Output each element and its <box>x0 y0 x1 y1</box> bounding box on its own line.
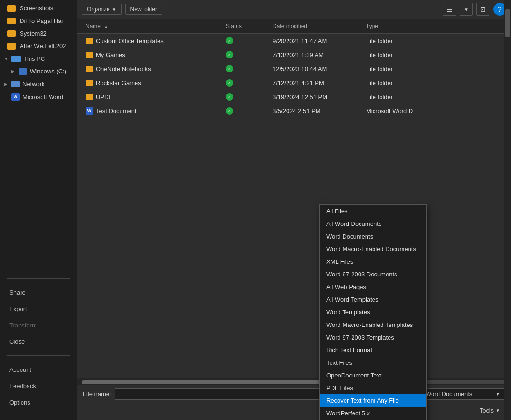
dropdown-item[interactable]: Word 97-2003 Documents <box>320 268 426 281</box>
file-name-cell: My Games <box>82 49 222 61</box>
file-date-cell: 3/5/2024 2:51 PM <box>269 105 362 117</box>
filetype-dropdown: All FilesAll Word DocumentsWord Document… <box>319 204 427 420</box>
filename-label: File name: <box>83 391 111 398</box>
organize-button[interactable]: Organize ▼ <box>82 4 122 15</box>
chevron-right-icon: ▶ <box>4 81 9 87</box>
sidebar-item-network[interactable]: ▶ Network <box>0 78 77 90</box>
dropdown-item[interactable]: XML Files <box>320 255 426 268</box>
file-type-cell: Microsoft Word D <box>362 105 506 117</box>
file-type-cell: File folder <box>362 91 506 103</box>
table-row[interactable]: My Games✓7/13/2021 1:39 AMFile folder <box>77 48 511 62</box>
sidebar-item-screenshots[interactable]: Screenshots <box>0 2 77 14</box>
file-list: Custom Office Templates✓9/20/2021 11:47 … <box>77 34 511 378</box>
file-type-cell: File folder <box>362 49 506 61</box>
status-check-icon: ✓ <box>226 37 233 44</box>
pc-icon <box>11 56 21 62</box>
file-date-cell: 7/12/2021 4:21 PM <box>269 77 362 89</box>
sidebar-item-share[interactable]: Share <box>0 284 77 301</box>
sort-icon: ▲ <box>104 24 108 29</box>
dropdown-item[interactable]: Word Templates <box>320 306 426 319</box>
folder-icon <box>86 38 93 44</box>
file-status-cell: ✓ <box>222 91 269 103</box>
chevron-down-icon: ▼ <box>496 408 500 413</box>
header-name[interactable]: Name ▲ <box>82 21 222 31</box>
horizontal-scrollbar[interactable] <box>77 378 511 385</box>
dropdown-item[interactable]: All Web Pages <box>320 281 426 293</box>
scrollbar-thumb[interactable] <box>82 380 337 384</box>
dropdown-item[interactable]: PDF Files <box>320 382 426 394</box>
pane-toggle-button[interactable]: ⊡ <box>476 3 489 16</box>
sidebar-label: System32 <box>20 30 47 37</box>
file-status-cell: ✓ <box>222 49 269 61</box>
dropdown-item[interactable]: All Word Documents <box>320 217 426 230</box>
table-row[interactable]: Custom Office Templates✓9/20/2021 11:47 … <box>77 34 511 48</box>
file-date-cell: 3/19/2024 12:51 PM <box>269 91 362 103</box>
sidebar-label: Dil To Pagal Hai <box>20 17 63 24</box>
dropdown-item[interactable]: All Word Templates <box>320 293 426 306</box>
word-file-icon: W <box>86 107 93 115</box>
separator <box>7 355 70 356</box>
sidebar-item-this-pc[interactable]: ▼ This PC <box>0 52 77 65</box>
table-row[interactable]: OneNote Notebooks✓12/5/2023 10:44 AMFile… <box>77 62 511 76</box>
dropdown-item[interactable]: Word Macro-Enabled Documents <box>320 243 426 255</box>
status-check-icon: ✓ <box>226 107 233 115</box>
file-date-cell: 12/5/2023 10:44 AM <box>269 63 362 75</box>
folder-icon <box>7 5 16 12</box>
view-list-button[interactable]: ☰ <box>443 3 456 16</box>
folder-icon <box>86 52 93 58</box>
dropdown-item[interactable]: Rich Text Format <box>320 344 426 356</box>
chevron-down-icon: ▼ <box>496 391 500 397</box>
dropdown-item[interactable]: Recover Text from Any File <box>320 394 426 407</box>
file-name-cell: Rockstar Games <box>82 77 222 89</box>
dropdown-item[interactable]: Text Files <box>320 356 426 369</box>
table-row[interactable]: WTest Document✓3/5/2024 2:51 PMMicrosoft… <box>77 104 511 118</box>
file-list-header: Name ▲ Status Date modified Type <box>77 19 511 34</box>
sidebar-bottom-nav: Share Export Transform Close Account Fee… <box>0 273 77 420</box>
drive-icon <box>19 68 27 75</box>
windows-c-label: Windows (C:) <box>30 68 66 75</box>
separator <box>7 278 70 279</box>
file-name-cell: Custom Office Templates <box>82 35 222 47</box>
header-date[interactable]: Date modified <box>269 21 362 31</box>
file-name-cell: UPDF <box>82 91 222 103</box>
right-scrollbar[interactable] <box>504 0 511 420</box>
table-row[interactable]: Rockstar Games✓7/12/2021 4:21 PMFile fol… <box>77 76 511 90</box>
ms-word-label: Microsoft Word <box>22 94 63 101</box>
dropdown-item[interactable]: OpenDocument Text <box>320 369 426 382</box>
file-status-cell: ✓ <box>222 105 269 117</box>
status-check-icon: ✓ <box>226 79 233 87</box>
file-status-cell: ✓ <box>222 77 269 89</box>
sidebar-item-account[interactable]: Account <box>0 362 77 378</box>
dropdown-item[interactable]: WordPerfect 5.x <box>320 407 426 420</box>
dropdown-item[interactable]: All Files <box>320 205 426 217</box>
dropdown-item[interactable]: Word Macro-Enabled Templates <box>320 319 426 331</box>
sidebar-item-options[interactable]: Options <box>0 394 77 411</box>
sidebar-label: Screenshots <box>20 5 53 12</box>
file-name-cell: OneNote Notebooks <box>82 63 222 75</box>
table-row[interactable]: UPDF✓3/19/2024 12:51 PMFile folder <box>77 90 511 104</box>
chevron-right-icon: ▶ <box>11 69 17 74</box>
sidebar-item-close[interactable]: Close <box>0 333 77 350</box>
sidebar-item-after[interactable]: After.We.Fell.202 <box>0 40 77 52</box>
sidebar-item-microsoft-word[interactable]: ▶ W Microsoft Word <box>0 90 77 103</box>
tools-button[interactable]: Tools ▼ <box>475 405 505 416</box>
sidebar-item-feedback[interactable]: Feedback <box>0 378 77 394</box>
view-dropdown-button[interactable]: ▼ <box>460 3 473 16</box>
sidebar-item-system32[interactable]: System32 <box>0 27 77 40</box>
sidebar-item-export[interactable]: Export <box>0 301 77 317</box>
new-folder-button[interactable]: New folder <box>125 4 162 15</box>
dropdown-item[interactable]: Word Documents <box>320 230 426 243</box>
file-status-cell: ✓ <box>222 63 269 75</box>
network-icon <box>11 81 20 87</box>
scrollbar-thumb[interactable] <box>505 9 510 37</box>
status-check-icon: ✓ <box>226 65 233 72</box>
folder-icon <box>86 66 93 72</box>
left-sidebar: Screenshots Dil To Pagal Hai System32 Af… <box>0 0 77 420</box>
scrollbar-track <box>82 380 506 384</box>
header-type[interactable]: Type <box>362 21 506 31</box>
sidebar-item-dil[interactable]: Dil To Pagal Hai <box>0 14 77 27</box>
sidebar-item-windows-c[interactable]: ▶ Windows (C:) <box>0 65 77 78</box>
header-status[interactable]: Status <box>222 21 269 31</box>
folder-icon <box>86 80 93 86</box>
dropdown-item[interactable]: Word 97-2003 Templates <box>320 331 426 344</box>
